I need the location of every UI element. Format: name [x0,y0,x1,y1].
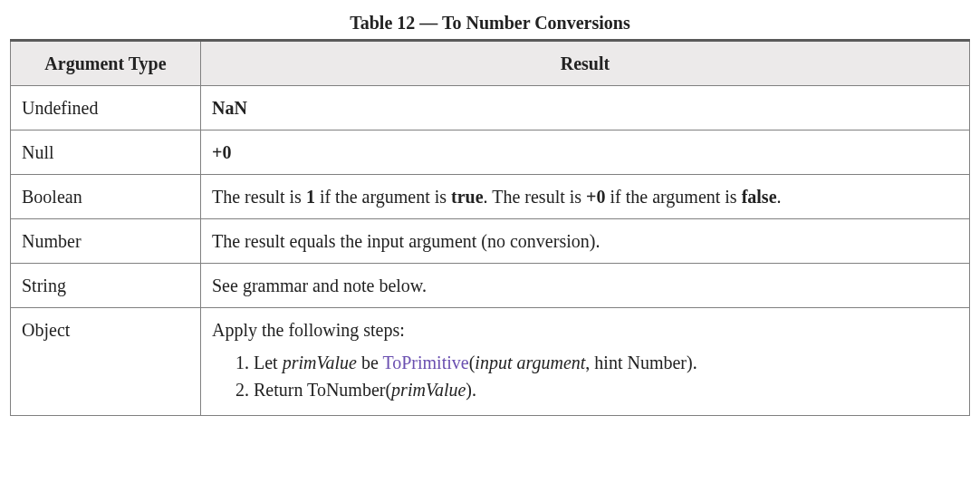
header-argument-type: Argument Type [11,41,201,86]
text: if the argument is [606,187,742,207]
table-row: String See grammar and note below. [11,264,970,308]
conversion-table: Argument Type Result Undefined NaN Null … [10,39,970,416]
cell-type: Number [11,219,201,264]
nan-value: NaN [212,98,247,118]
text: The result is [212,187,306,207]
text: ). [466,380,476,400]
text: if the argument is [315,187,451,207]
cell-result: Apply the following steps: Let primValue… [201,308,970,416]
cell-type: Undefined [11,86,201,130]
zero-value: +0 [586,187,605,207]
text: be [357,353,383,372]
text: Let [254,353,283,372]
cell-result: The result is 1 if the argument is true.… [201,175,970,219]
cell-result: +0 [201,130,970,175]
zero-value: +0 [212,142,231,162]
cell-type: String [11,264,201,308]
cell-type: Null [11,130,201,175]
true-value: true [451,187,484,207]
text: , hint Number). [585,353,697,372]
input-argument-var: input argument [475,353,585,372]
cell-type: Boolean [11,175,201,219]
cell-result: See grammar and note below. [201,264,970,308]
cell-result: NaN [201,86,970,130]
object-intro: Apply the following steps: [212,317,958,343]
cell-type: Object [11,308,201,416]
table-row: Number The result equals the input argum… [11,219,970,264]
list-item: Return ToNumber(primValue). [254,377,958,402]
false-value: false [742,187,777,207]
text: . The result is [484,187,587,207]
table-caption: Table 12 — To Number Conversions [9,13,971,34]
header-row: Argument Type Result [11,41,970,86]
object-steps: Let primValue be ToPrimitive(input argum… [237,350,958,402]
list-item: Let primValue be ToPrimitive(input argum… [254,350,958,375]
table-row: Boolean The result is 1 if the argument … [11,175,970,219]
primvalue-var: primValue [391,380,466,400]
table-row: Undefined NaN [11,86,970,130]
table-row: Object Apply the following steps: Let pr… [11,308,970,416]
toprimitive-link[interactable]: ToPrimitive [382,353,468,372]
one-value: 1 [306,187,315,207]
header-result: Result [201,41,970,86]
table-row: Null +0 [11,130,970,175]
cell-result: The result equals the input argument (no… [201,219,970,264]
primvalue-var: primValue [283,353,357,372]
text: . [777,187,782,207]
text: Return ToNumber( [254,380,391,400]
